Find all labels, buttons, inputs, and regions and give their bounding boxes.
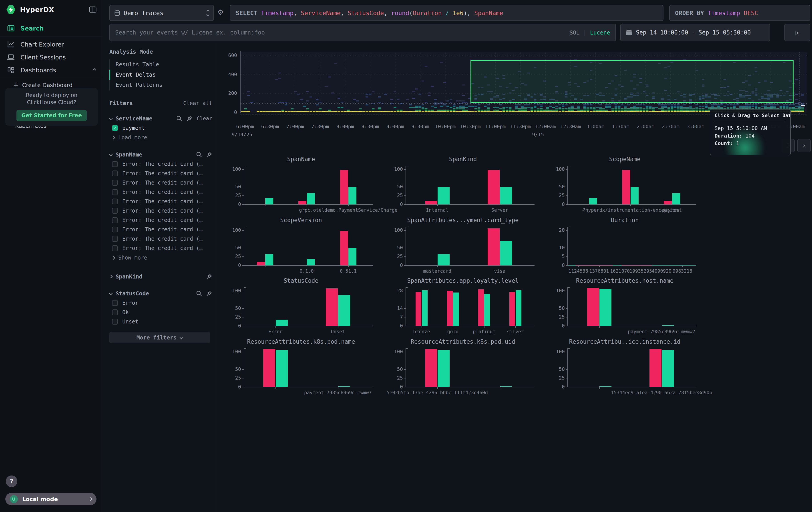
- more-filters-button[interactable]: More filters: [109, 332, 210, 343]
- sidebar-item-dashboards[interactable]: Dashboards: [0, 64, 103, 77]
- lang-sql-button[interactable]: SQL: [570, 29, 579, 36]
- checkbox[interactable]: [112, 180, 118, 186]
- checkbox[interactable]: [112, 170, 118, 176]
- mini-chart-spanattributes-yment-card-type: SpanAttributes...yment.card_type02550100…: [389, 217, 536, 276]
- chart-plot: 071428bronzegoldplatinumsilver: [406, 287, 531, 326]
- chart-title: SpanAttributes...yment.card_type: [389, 217, 536, 223]
- lang-lucene-button[interactable]: Lucene: [590, 29, 610, 36]
- sidebar-item-label: Search: [21, 25, 44, 32]
- search-icon[interactable]: [196, 152, 202, 157]
- sidebar-item-search[interactable]: Search: [0, 22, 103, 35]
- date-range-picker[interactable]: Sep 14 18:00:00 - Sep 15 05:30:00: [620, 24, 770, 42]
- chevron-up-icon[interactable]: [92, 68, 96, 72]
- filter-item-spanname[interactable]: Error: The credit card (…: [109, 244, 212, 253]
- pin-icon[interactable]: [206, 274, 212, 279]
- checkbox[interactable]: [112, 226, 118, 233]
- bar-red: [622, 170, 630, 204]
- x-tick-label: silver: [507, 329, 524, 334]
- filter-item-spanname[interactable]: Error: The credit card (…: [109, 178, 212, 187]
- filter-item-spanname[interactable]: Error: The credit card (…: [109, 169, 212, 178]
- analysis-mode-results-table[interactable]: Results Table: [110, 59, 212, 70]
- category-slot: mastercard: [406, 226, 468, 265]
- checkbox[interactable]: [112, 161, 118, 167]
- analysis-mode-list: Results TableEvent DeltasEvent Patterns: [109, 59, 212, 90]
- checkbox[interactable]: [112, 208, 118, 214]
- sql-token: (: [409, 9, 413, 17]
- checkbox[interactable]: [112, 309, 118, 315]
- filter-item-spanname[interactable]: Error: The credit card (…: [109, 159, 212, 169]
- filter-item-spanname[interactable]: Error: The credit card (…: [109, 215, 212, 225]
- filter-item-label: Error: The credit card (…: [122, 226, 203, 233]
- sidebar-collapse-icon[interactable]: [89, 6, 96, 13]
- clear-filter-button[interactable]: Clear: [197, 115, 212, 121]
- chart-title: ScopeVersion: [228, 217, 374, 223]
- x-tick-label: 0.51.1: [340, 268, 357, 274]
- heatmap-x-tick: 6:30pm: [256, 124, 284, 129]
- search-icon[interactable]: [176, 115, 182, 121]
- filter-group-servicename[interactable]: ServiceName Clear: [109, 113, 212, 123]
- checkbox[interactable]: [112, 198, 118, 204]
- checkbox[interactable]: [112, 189, 118, 195]
- checkbox[interactable]: [112, 245, 118, 251]
- sql-select-input[interactable]: SELECT Timestamp, ServiceName, StatusCod…: [230, 5, 664, 21]
- filter-item-statuscode[interactable]: Error: [109, 298, 212, 308]
- checkbox[interactable]: [112, 319, 118, 325]
- run-query-button[interactable]: ▷: [784, 24, 810, 42]
- checkbox[interactable]: ✓: [112, 125, 118, 131]
- filter-item-spanname[interactable]: Error: The credit card (…: [109, 234, 212, 244]
- next-page-button[interactable]: ›: [797, 139, 811, 152]
- filter-item-servicename[interactable]: ✓payment: [109, 123, 212, 133]
- search-icon[interactable]: [196, 291, 202, 296]
- x-tick-label: 1376801: [589, 268, 609, 274]
- filter-item-statuscode[interactable]: Ok: [109, 308, 212, 317]
- x-tick-label: 5e02b5fb-13ae-4296-bbbc-111f423c460d: [387, 390, 488, 395]
- more-filters-label: More filters: [137, 334, 177, 341]
- filter-item-spanname[interactable]: Error: The credit card (…: [109, 187, 212, 197]
- category-slot: Unset: [307, 287, 369, 326]
- analysis-mode-event-patterns[interactable]: Event Patterns: [110, 80, 212, 90]
- y-tick-label: 50: [388, 367, 403, 372]
- checkbox[interactable]: [112, 236, 118, 242]
- filter-group-statuscode[interactable]: StatusCode: [109, 289, 212, 298]
- y-tick-label: 100: [226, 289, 241, 293]
- y-tick-label: 25: [388, 193, 403, 198]
- analysis-mode-event-deltas[interactable]: Event Deltas: [110, 70, 212, 80]
- sidebar-item-chart-explorer[interactable]: Chart Explorer: [0, 38, 103, 51]
- x-tick-label: 9983218: [673, 268, 692, 274]
- data-source-value: Demo Traces: [124, 9, 164, 17]
- show-more-button[interactable]: Show more: [109, 253, 212, 263]
- clear-all-button[interactable]: Clear all: [183, 100, 212, 106]
- chevron-down-icon: [109, 153, 113, 157]
- pin-icon[interactable]: [206, 291, 212, 296]
- gear-icon[interactable]: ⚙: [218, 8, 224, 17]
- sidebar-item-client-sessions[interactable]: Client Sessions: [0, 51, 103, 64]
- y-tick-label: 100: [550, 167, 565, 171]
- pin-icon[interactable]: [186, 115, 192, 121]
- category-slot: 1124538: [568, 226, 589, 265]
- chart-slots: ErrorUnset: [244, 287, 369, 326]
- tooltip-title: Click & Drag to Select Data: [715, 113, 786, 118]
- category-slot: grpc.oteldemo.PaymentService/Charge: [327, 166, 369, 204]
- checkbox[interactable]: [112, 300, 118, 306]
- bar-red: [257, 262, 265, 265]
- y-tick-label: 50: [388, 246, 403, 250]
- load-more-button[interactable]: Load more: [109, 133, 212, 142]
- x-tick-label: 19935295: [630, 268, 652, 274]
- drag-handle[interactable]: [801, 105, 805, 106]
- pin-icon[interactable]: [206, 152, 212, 157]
- calendar-icon: [626, 29, 632, 36]
- filter-item-spanname[interactable]: Error: The credit card (…: [109, 225, 212, 234]
- filter-item-spanname[interactable]: Error: The credit card (…: [109, 206, 212, 215]
- search-input[interactable]: Search your events w/ Lucene ex. column:…: [109, 24, 616, 42]
- filter-group-spankind[interactable]: SpanKind: [109, 272, 212, 281]
- get-started-button[interactable]: Get Started for Free: [17, 110, 87, 121]
- checkbox[interactable]: [112, 217, 118, 223]
- selection-rectangle[interactable]: [470, 60, 794, 103]
- sql-orderby-input[interactable]: ORDER BY Timestamp DESC: [669, 5, 810, 21]
- filter-item-statuscode[interactable]: Unset: [109, 317, 212, 326]
- filter-group-spanname[interactable]: SpanName: [109, 150, 212, 159]
- filter-item-spanname[interactable]: Error: The credit card (…: [109, 197, 212, 206]
- data-source-select[interactable]: Demo Traces: [109, 5, 214, 21]
- help-button[interactable]: ?: [6, 476, 17, 487]
- local-mode-button[interactable]: U Local mode: [5, 493, 96, 505]
